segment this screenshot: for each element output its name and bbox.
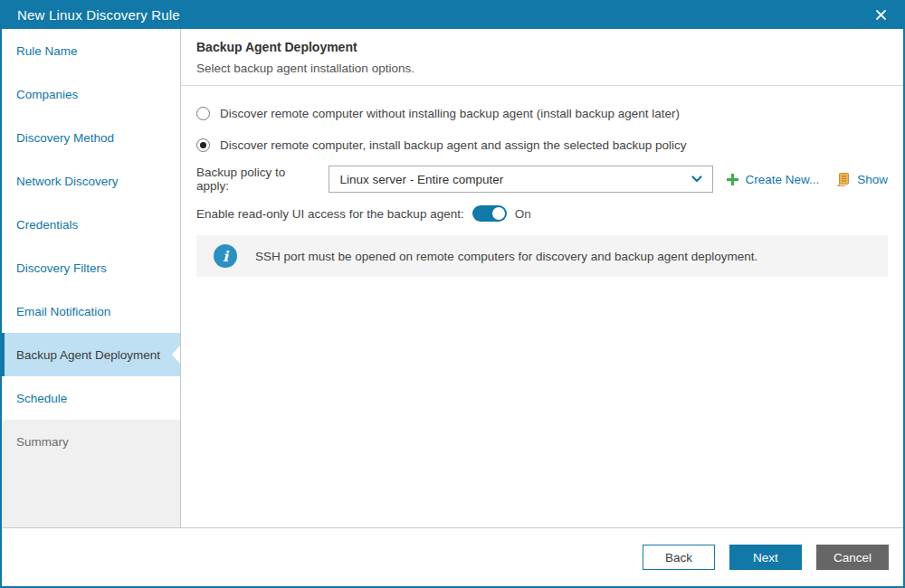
close-button[interactable]: [871, 5, 891, 24]
backup-policy-selected-value: Linux server - Entire computer: [339, 173, 691, 186]
sidebar-item-email-notification[interactable]: Email Notification: [2, 289, 180, 333]
info-icon: i: [214, 244, 237, 268]
info-text: SSH port must be opened on remote comput…: [255, 250, 757, 263]
dialog-body: Rule Name Companies Discovery Method Net…: [2, 29, 903, 527]
create-new-label: Create New...: [745, 173, 819, 186]
radio-option-discover-install-agent[interactable]: Discover remote computer, install backup…: [196, 138, 687, 152]
plus-icon: [727, 174, 738, 185]
radio-option-label: Discover remote computer without install…: [220, 107, 680, 120]
new-linux-discovery-rule-dialog: New Linux Discovery Rule Rule Name Compa…: [0, 0, 905, 588]
show-policy-link[interactable]: Show: [835, 172, 888, 187]
toggle-state-label: On: [515, 207, 531, 221]
toggle-knob: [492, 207, 505, 220]
sidebar-item-companies[interactable]: Companies: [2, 72, 180, 116]
sidebar-item-credentials[interactable]: Credentials: [2, 203, 180, 246]
sidebar-item-network-discovery[interactable]: Network Discovery: [2, 159, 180, 203]
radio-option-discover-without-agent[interactable]: Discover remote computer without install…: [196, 107, 680, 120]
close-icon: [876, 10, 886, 20]
sidebar-item-label: Backup Agent Deployment: [16, 348, 160, 362]
backup-policy-label: Backup policy to apply:: [196, 166, 319, 193]
page-title: Backup Agent Deployment: [196, 38, 888, 56]
step-content: Discover remote computer without install…: [181, 86, 903, 527]
readonly-ui-toggle-label: Enable read-only UI access for the backu…: [196, 207, 464, 221]
sidebar-item-summary: Summary: [2, 420, 180, 463]
sidebar-item-discovery-filters[interactable]: Discovery Filters: [2, 246, 180, 289]
radio-option-label: Discover remote computer, install backup…: [220, 138, 687, 152]
backup-policy-row: Backup policy to apply: Linux server - E…: [196, 166, 888, 193]
footer: Back Next Cancel: [2, 527, 903, 586]
chevron-down-icon: [691, 175, 702, 183]
back-button[interactable]: Back: [643, 545, 715, 570]
dialog-title: New Linux Discovery Rule: [17, 7, 871, 23]
step-header: Backup Agent Deployment Select backup ag…: [181, 29, 903, 86]
main-panel: Backup Agent Deployment Select backup ag…: [181, 29, 903, 527]
wizard-steps-sidebar: Rule Name Companies Discovery Method Net…: [2, 29, 181, 527]
next-button[interactable]: Next: [729, 545, 802, 570]
sidebar-item-discovery-method[interactable]: Discovery Method: [2, 116, 180, 159]
readonly-ui-toggle-row: Enable read-only UI access for the backu…: [196, 205, 888, 222]
create-new-policy-link[interactable]: Create New...: [727, 173, 819, 186]
backup-policy-select[interactable]: Linux server - Entire computer: [329, 166, 713, 193]
cancel-button[interactable]: Cancel: [816, 545, 889, 570]
sidebar-item-rule-name[interactable]: Rule Name: [2, 29, 180, 72]
sidebar-item-schedule[interactable]: Schedule: [2, 376, 180, 420]
sidebar-filler: [2, 463, 180, 527]
sidebar-item-backup-agent-deployment[interactable]: Backup Agent Deployment: [2, 333, 180, 376]
show-label: Show: [857, 173, 888, 186]
policy-scroll-icon: [835, 172, 851, 187]
selected-step-notch: [172, 346, 180, 364]
info-bar: i SSH port must be opened on remote comp…: [196, 235, 888, 277]
radio-unchecked-icon: [196, 107, 210, 120]
titlebar: New Linux Discovery Rule: [2, 0, 903, 29]
radio-checked-icon: [196, 138, 210, 152]
readonly-ui-toggle[interactable]: [472, 205, 507, 222]
page-subtitle: Select backup agent installation options…: [196, 60, 888, 78]
